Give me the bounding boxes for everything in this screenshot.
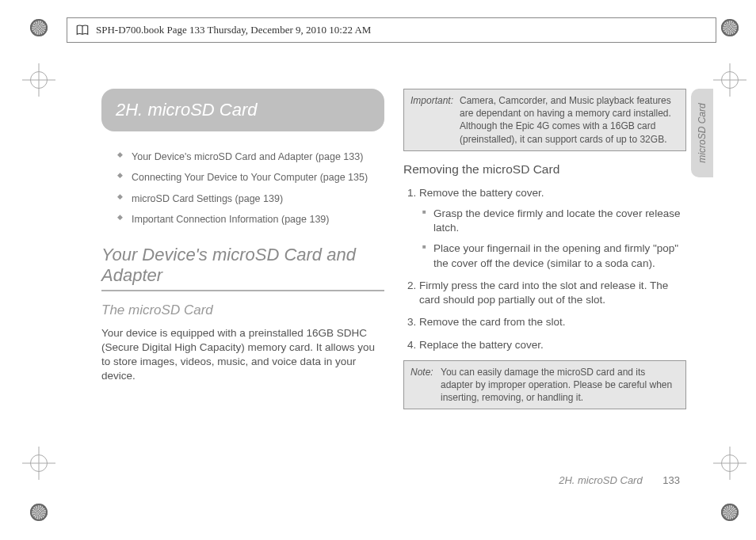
substeps-list: Grasp the device firmly and locate the c… [419,207,686,271]
step-item: Remove the card from the slot. [419,315,686,329]
toc-item: Important Connection Information (page 1… [117,213,384,226]
side-tab-label: microSD Card [697,103,708,162]
substep-item: Place your fingernail in the opening and… [422,241,686,270]
header-text: SPH-D700.book Page 133 Thursday, Decembe… [96,24,371,36]
registration-mark-icon [721,19,739,36]
crop-cross-icon [22,447,55,480]
callout-text: You can easily damage the microSD card a… [441,366,679,405]
subsection-heading: The microSD Card [101,302,384,318]
toc-item: Your Device's microSD Card and Adapter (… [117,150,384,163]
chapter-number: 2H. [116,100,143,120]
step-text: Remove the battery cover. [419,187,544,199]
crop-cross-icon [713,63,746,97]
substep-item: Grasp the device firmly and locate the c… [422,207,686,235]
side-tab: microSD Card [691,89,713,177]
important-callout: Important: Camera, Camcorder, and Music … [403,89,686,151]
crop-cross-icon [22,63,55,97]
toc-item: microSD Card Settings (page 139) [117,192,384,205]
subsection-heading: Removing the microSD Card [403,162,686,177]
section-heading: Your Device's microSD Card and Adapter [101,245,384,287]
left-column: 2H. microSD Card Your Device's microSD C… [101,89,384,492]
step-item: Replace the battery cover. [419,338,686,352]
table-of-contents: Your Device's microSD Card and Adapter (… [117,150,384,226]
callout-text: Camera, Camcorder, and Music playback fe… [460,94,679,146]
steps-list: Remove the battery cover. Grasp the devi… [403,186,686,352]
page-footer: 2H. microSD Card 133 [559,474,680,486]
page-number: 133 [662,474,680,486]
note-callout: Note: You can easily damage the microSD … [403,360,686,410]
chapter-heading: 2H. microSD Card [101,89,384,131]
page-header: SPH-D700.book Page 133 Thursday, Decembe… [67,17,716,43]
footer-label: 2H. microSD Card [559,474,642,486]
step-item: Firmly press the card into the slot and … [419,279,686,307]
callout-label: Note: [410,366,439,378]
crop-cross-icon [713,447,746,480]
section-rule [101,290,384,291]
chapter-title: microSD Card [147,100,257,120]
step-item: Remove the battery cover. Grasp the devi… [419,186,686,271]
registration-mark-icon [721,504,739,521]
book-icon [75,23,90,37]
registration-mark-icon [30,19,48,36]
toc-item: Connecting Your Device to Your Computer … [117,171,384,184]
right-column: Important: Camera, Camcorder, and Music … [403,89,686,492]
page-content: 2H. microSD Card Your Device's microSD C… [101,89,686,492]
registration-mark-icon [30,504,48,521]
callout-label: Important: [410,94,458,107]
body-paragraph: Your device is equipped with a preinstal… [101,326,384,384]
